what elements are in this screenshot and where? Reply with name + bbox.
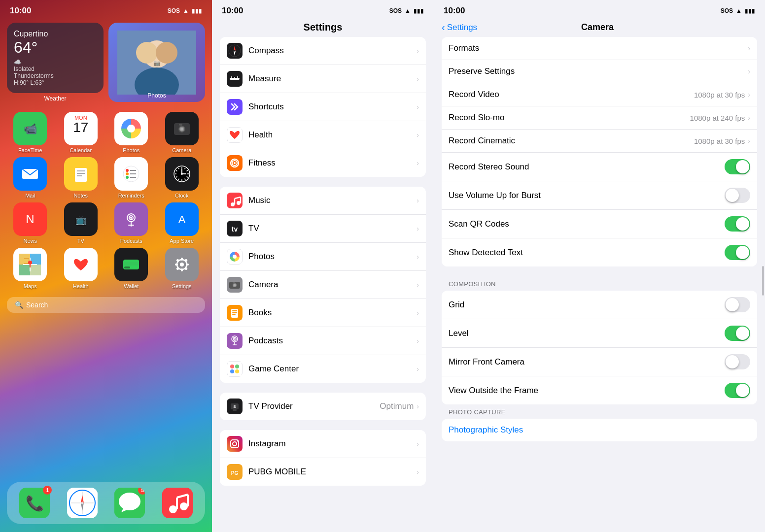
- settings-row-shortcuts[interactable]: Shortcuts ›: [220, 93, 426, 121]
- tv-app-icon: 📺: [71, 209, 91, 229]
- scan-qr-knob: [736, 217, 749, 231]
- camera-wifi-icon: ▲: [736, 7, 742, 14]
- settings-row-music[interactable]: Music ›: [220, 187, 426, 215]
- dock-phone[interactable]: 📞 1: [19, 488, 50, 518]
- settings-title: Settings: [212, 18, 434, 37]
- dock-music[interactable]: [162, 488, 193, 518]
- app-tv[interactable]: 📺 TV: [58, 202, 104, 244]
- back-to-settings-button[interactable]: ‹ Settings: [442, 22, 477, 33]
- app-podcasts[interactable]: Podcasts: [108, 202, 155, 244]
- app-clock[interactable]: Clock: [159, 157, 206, 199]
- settings-row-compass[interactable]: Compass ›: [220, 37, 426, 65]
- stereo-sound-toggle[interactable]: [725, 159, 750, 174]
- camera-row-view-outside[interactable]: View Outside the Frame: [442, 376, 757, 404]
- settings-wifi-icon: ▲: [405, 7, 411, 14]
- camera-row-mirror-front[interactable]: Mirror Front Camera: [442, 348, 757, 376]
- app-appstore[interactable]: A App Store: [159, 202, 206, 244]
- books-chevron: ›: [417, 309, 419, 317]
- notes-app-icon: [71, 164, 91, 184]
- pubg-settings-icon: PG: [227, 464, 243, 480]
- settings-row-tvprovider[interactable]: S TV Provider Optimum ›: [220, 393, 426, 420]
- svg-point-125: [234, 284, 236, 287]
- reminders-app-icon: [121, 164, 141, 184]
- camera-status-bar: 10:00 SOS ▲ ▮▮▮: [434, 0, 765, 18]
- camera-row-formats[interactable]: Formats ›: [442, 37, 757, 60]
- settings-row-measure[interactable]: Measure ›: [220, 65, 426, 93]
- compass-label: Compass: [248, 46, 417, 56]
- svg-point-141: [230, 369, 234, 373]
- camera-nav: ‹ Settings Camera: [434, 18, 765, 37]
- settings-row-photos[interactable]: Photos ›: [220, 243, 426, 271]
- settings-row-fitness[interactable]: Fitness ›: [220, 149, 426, 177]
- dock-messages[interactable]: 5: [114, 488, 145, 518]
- photos-label: Photos: [123, 147, 139, 153]
- scan-qr-toggle[interactable]: [725, 216, 750, 232]
- svg-text:PG: PG: [231, 470, 239, 476]
- show-detected-text-toggle[interactable]: [725, 245, 750, 260]
- show-detected-text-label: Show Detected Text: [449, 248, 725, 258]
- camera-row-record-cinematic[interactable]: Record Cinematic 1080p at 30 fps ›: [442, 130, 757, 153]
- camera-row-grid[interactable]: Grid: [442, 291, 757, 319]
- app-photos[interactable]: Photos: [108, 112, 155, 153]
- settings-row-health[interactable]: Health ›: [220, 121, 426, 149]
- books-settings-icon: [227, 305, 243, 321]
- search-bar[interactable]: 🔍 Search: [7, 297, 205, 313]
- camera-row-level[interactable]: Level: [442, 319, 757, 348]
- photos-app-icon: [116, 114, 146, 143]
- settings-group-2: Music › tv TV › Photos ›: [220, 187, 426, 383]
- svg-point-94: [180, 502, 188, 510]
- search-label: Search: [26, 301, 48, 309]
- camera-row-record-video[interactable]: Record Video 1080p at 30 fps ›: [442, 83, 757, 106]
- settings-row-instagram[interactable]: Instagram ›: [220, 430, 426, 458]
- home-status-bar: 10:00 SOS ▲ ▮▮▮: [0, 0, 212, 18]
- app-maps[interactable]: Maps: [7, 248, 54, 289]
- camera-row-stereo-sound[interactable]: Record Stereo Sound: [442, 153, 757, 181]
- grid-toggle[interactable]: [725, 297, 750, 312]
- gamecenter-settings-icon: [227, 361, 243, 377]
- settings-row-pubg[interactable]: PG PUBG MOBILE ›: [220, 458, 426, 486]
- photos-widget[interactable]: 📷 Photos: [108, 23, 205, 102]
- instagram-settings-icon: [227, 436, 243, 452]
- camera-row-show-detected-text[interactable]: Show Detected Text: [442, 238, 757, 266]
- view-outside-toggle[interactable]: [725, 383, 750, 398]
- app-news[interactable]: N News: [7, 202, 54, 244]
- app-notes[interactable]: Notes: [58, 157, 104, 199]
- mirror-front-toggle[interactable]: [725, 354, 750, 369]
- app-calendar[interactable]: MON 17 Calendar: [58, 112, 104, 153]
- app-facetime[interactable]: 📹 FaceTime: [7, 112, 54, 153]
- camera-row-record-slomo[interactable]: Record Slo-mo 1080p at 240 fps ›: [442, 106, 757, 130]
- svg-point-25: [126, 169, 129, 172]
- camera-row-scan-qr[interactable]: Scan QR Codes: [442, 210, 757, 238]
- volume-up-toggle[interactable]: [725, 188, 750, 203]
- app-mail[interactable]: Mail: [7, 157, 54, 199]
- dock-safari[interactable]: [67, 488, 98, 518]
- stereo-sound-knob: [736, 160, 749, 173]
- camera-app-icon: [172, 119, 192, 138]
- weather-widget[interactable]: Cupertino 64° ☁️IsolatedThunderstorms H:…: [7, 23, 104, 93]
- level-toggle[interactable]: [725, 326, 750, 341]
- settings-row-camera[interactable]: Camera ›: [220, 271, 426, 299]
- tv-chevron: ›: [417, 225, 419, 233]
- weather-widget-label: Weather: [7, 95, 104, 102]
- view-outside-knob: [736, 384, 749, 397]
- app-camera[interactable]: Camera: [159, 112, 206, 153]
- music-settings-icon: [227, 193, 243, 208]
- fitness-app-icon: [227, 155, 243, 171]
- app-reminders[interactable]: Reminders: [108, 157, 155, 199]
- widgets-row: Cupertino 64° ☁️IsolatedThunderstorms H:…: [0, 18, 212, 107]
- app-wallet[interactable]: Wallet: [108, 248, 155, 289]
- svg-rect-69: [123, 262, 139, 266]
- camera-row-photographic-styles[interactable]: Photographic Styles: [442, 419, 757, 441]
- app-settings[interactable]: Settings: [159, 248, 206, 289]
- settings-list: Compass › Measure › Shortcuts ›: [212, 37, 434, 532]
- svg-rect-102: [230, 78, 240, 80]
- mirror-front-label: Mirror Front Camera: [449, 357, 725, 367]
- settings-row-gamecenter[interactable]: Game Center ›: [220, 355, 426, 383]
- settings-row-tv[interactable]: tv TV ›: [220, 215, 426, 243]
- camera-row-volume-up[interactable]: Use Volume Up for Burst: [442, 181, 757, 210]
- app-health[interactable]: Health: [58, 248, 104, 289]
- camera-row-preserve[interactable]: Preserve Settings ›: [442, 60, 757, 83]
- settings-row-podcasts[interactable]: Podcasts ›: [220, 327, 426, 355]
- settings-row-books[interactable]: Books ›: [220, 299, 426, 327]
- svg-rect-129: [232, 310, 237, 311]
